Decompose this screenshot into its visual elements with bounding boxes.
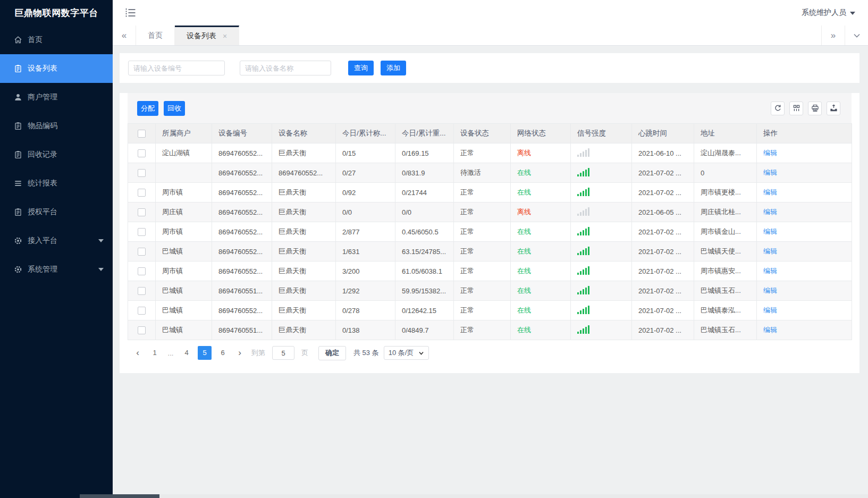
page-size-select[interactable]: 10 条/页 (384, 346, 429, 360)
cell-heartbeat: 2021-07-02 ... (632, 163, 694, 183)
clipboard-icon (14, 64, 22, 73)
cell-network-status: 离线 (511, 144, 571, 163)
edit-link[interactable]: 编辑 (763, 188, 777, 196)
cell-signal (571, 163, 632, 183)
device-no-input[interactable] (128, 61, 225, 75)
add-button[interactable]: 添加 (381, 61, 406, 75)
row-checkbox[interactable] (138, 326, 146, 334)
tab-label: 首页 (148, 31, 163, 40)
page-button-5[interactable]: 5 (198, 346, 212, 360)
tab-label: 设备列表 (187, 31, 216, 41)
tab-close-icon[interactable]: × (223, 32, 227, 40)
columns-button[interactable] (789, 102, 803, 115)
edit-link[interactable]: 编辑 (763, 267, 777, 275)
cell-today-count: 1/631 (336, 242, 395, 261)
cell-merchant: 周市镇 (156, 183, 212, 202)
chevron-down-icon (418, 350, 424, 356)
cell-today-count: 0/278 (336, 301, 395, 320)
edit-link[interactable]: 编辑 (763, 168, 777, 176)
tabs-scroll-right-button[interactable]: » (821, 26, 845, 45)
edit-link[interactable]: 编辑 (763, 306, 777, 314)
sidebar-item-stats-report[interactable]: 统计报表 (0, 169, 113, 198)
assign-button[interactable]: 分配 (137, 101, 158, 116)
query-button[interactable]: 查询 (348, 61, 374, 75)
cell-address: 周市镇金山... (694, 222, 757, 242)
sidebar-item-home[interactable]: 首页 (0, 26, 113, 54)
tabs-options-button[interactable] (845, 26, 868, 45)
page-button-6[interactable]: 6 (216, 346, 230, 360)
goto-page-input[interactable] (272, 346, 294, 360)
sidebar-item-device-list[interactable]: 设备列表 (0, 54, 113, 83)
cell-today-weight: 0.45/6050.5 (395, 222, 454, 242)
goto-confirm-button[interactable]: 确定 (318, 346, 346, 360)
total-count-label: 共 53 条 (353, 348, 379, 358)
row-checkbox[interactable] (138, 307, 146, 315)
cell-today-count: 0/138 (336, 320, 395, 340)
cell-device-status: 待激活 (454, 163, 511, 183)
cell-address: 0 (694, 163, 757, 183)
cell-device-status: 正常 (454, 261, 511, 281)
row-checkbox[interactable] (138, 228, 146, 236)
print-button[interactable] (808, 102, 822, 115)
device-name-input[interactable] (240, 61, 331, 75)
cell-device-name: 巨鼎天衡 (272, 320, 336, 340)
column-header: 信号强度 (571, 124, 632, 144)
edit-link[interactable]: 编辑 (763, 149, 777, 157)
gear-icon (14, 265, 22, 274)
table-row: 巴城镇8694760551...巨鼎天衡1/29259.95/15382...正… (128, 281, 852, 301)
sidebar-item-merchant-mgmt[interactable]: 商户管理 (0, 83, 113, 112)
collapse-sidebar-icon[interactable] (125, 8, 136, 18)
cell-today-weight: 0/0 (395, 202, 454, 222)
next-page-button[interactable]: › (232, 348, 248, 358)
row-checkbox[interactable] (138, 189, 146, 197)
clipboard-icon (14, 208, 22, 216)
row-checkbox[interactable] (138, 149, 146, 157)
export-button[interactable] (827, 102, 840, 115)
cell-address: 周市镇更楼... (694, 183, 757, 202)
prev-page-button[interactable]: ‹ (130, 348, 146, 358)
edit-link[interactable]: 编辑 (763, 208, 777, 216)
edit-link[interactable]: 编辑 (763, 286, 777, 294)
scrollbar-track (113, 494, 868, 498)
row-checkbox[interactable] (138, 169, 146, 177)
sidebar-item-access-platform[interactable]: 接入平台 (0, 226, 113, 255)
recycle-button[interactable]: 回收 (164, 101, 185, 116)
sidebar-item-label: 接入平台 (28, 236, 57, 246)
main-content: 查询 添加 分配 回收 所属商户设备编号设备名称今日/累计称...今日/累计重.… (113, 46, 868, 498)
row-checkbox[interactable] (138, 287, 146, 295)
edit-link[interactable]: 编辑 (763, 247, 777, 255)
cell-signal (571, 202, 632, 222)
sidebar-item-recycle-records[interactable]: 回收记录 (0, 140, 113, 169)
refresh-button[interactable] (771, 102, 785, 115)
cell-today-count: 0/27 (336, 163, 395, 183)
cell-today-weight: 0/169.15 (395, 144, 454, 163)
cell-signal (571, 144, 632, 163)
row-checkbox[interactable] (138, 248, 146, 256)
cell-device-status: 正常 (454, 222, 511, 242)
select-all-cell (128, 124, 156, 144)
cell-heartbeat: 2021-07-02 ... (632, 222, 694, 242)
user-menu[interactable]: 系统维护人员 (802, 8, 855, 18)
sidebar-menu: 首页设备列表商户管理物品编码回收记录统计报表授权平台接入平台系统管理 (0, 26, 113, 284)
column-header: 地址 (694, 124, 757, 144)
cell-address: 淀山湖晟泰... (694, 144, 757, 163)
sidebar-item-auth-platform[interactable]: 授权平台 (0, 198, 113, 226)
sidebar-item-system-mgmt[interactable]: 系统管理 (0, 255, 113, 284)
tab-home[interactable]: 首页 (136, 26, 175, 45)
page-button-4[interactable]: 4 (180, 346, 193, 360)
tab-device-list[interactable]: 设备列表× (175, 26, 239, 45)
tabs-scroll-left-button[interactable]: « (113, 26, 136, 45)
edit-link[interactable]: 编辑 (763, 227, 777, 235)
cell-merchant: 巴城镇 (156, 320, 212, 340)
sidebar-item-item-code[interactable]: 物品编码 (0, 112, 113, 140)
signal-strength-icon (577, 306, 589, 314)
page-button-1[interactable]: 1 (148, 346, 162, 360)
select-all-checkbox[interactable] (138, 130, 146, 138)
row-checkbox[interactable] (138, 267, 146, 275)
scrollbar-thumb[interactable] (80, 494, 159, 498)
row-checkbox[interactable] (138, 208, 146, 216)
edit-link[interactable]: 编辑 (763, 326, 777, 334)
cell-heartbeat: 2021-07-02 ... (632, 242, 694, 261)
column-header: 操作 (757, 124, 852, 144)
caret-down-icon (98, 268, 104, 271)
